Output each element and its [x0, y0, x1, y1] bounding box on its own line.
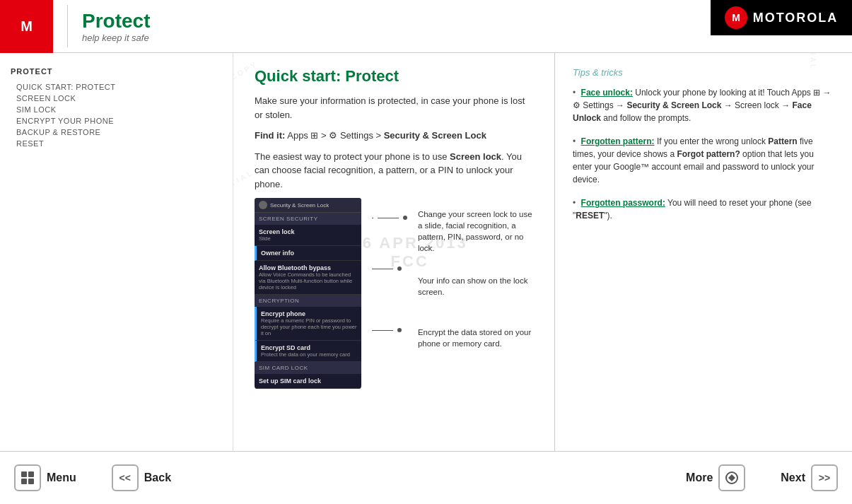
- phone-section-encryption: ENCRYPTION: [255, 295, 361, 307]
- tip-title-3: Forgotten password:: [581, 198, 665, 208]
- next-chevron-icon: >>: [819, 472, 830, 484]
- body-text: The easiest way to protect your phone is…: [255, 150, 533, 192]
- page-subtitle: help keep it safe: [82, 33, 150, 43]
- phone-row-bluetooth-bypass: Allow Bluetooth bypass Allow Voice Comma…: [255, 261, 361, 295]
- find-it-path: Apps ⊞ > ⚙ Settings > Security & Screen …: [287, 130, 486, 141]
- svg-rect-4: [28, 471, 34, 477]
- phone-row-owner-info: Owner info: [255, 246, 361, 261]
- m-logo-icon: M: [11, 11, 42, 42]
- more-icon-svg: [724, 470, 740, 486]
- phone-header-text: Security & Screen Lock: [270, 202, 329, 209]
- tip-bullet-2: •: [573, 136, 576, 146]
- callout-text-1: Change your screen lock to use a slide, …: [418, 209, 533, 254]
- motorola-brand-header: M MOTOROLA: [711, 0, 852, 35]
- tips-title: Tips & tricks: [573, 67, 834, 78]
- svg-marker-8: [728, 474, 735, 481]
- tip-item-2: • Forgotten pattern: If you enter the wr…: [573, 135, 834, 186]
- callout-texts-container: Change your screen lock to use a slide, …: [418, 198, 533, 389]
- svg-text:M: M: [21, 18, 33, 34]
- sidebar-item-reset[interactable]: RESET: [11, 138, 222, 149]
- section-title: Quick start: Protect: [255, 67, 533, 86]
- intro-text: Make sure your information is protected,…: [255, 94, 533, 122]
- menu-icon-svg: [20, 470, 35, 486]
- page-header: M Protect help keep it safe M MOTOROLA: [0, 0, 852, 53]
- tip-title-1: Face unlock:: [581, 88, 633, 98]
- find-it-label: Find it:: [255, 130, 285, 141]
- svg-rect-6: [28, 479, 34, 484]
- back-label: Back: [144, 471, 171, 484]
- motorola-logo: M: [0, 0, 53, 53]
- header-divider: [67, 5, 68, 47]
- sidebar-section-title: PROTECT: [11, 67, 222, 76]
- sidebar-nav: PROTECT QUICK START: PROTECT SCREEN LOCK…: [0, 53, 233, 451]
- callout-2: [372, 266, 407, 271]
- phone-mockup-area: Security & Screen Lock SCREEN SECURITY S…: [255, 198, 533, 389]
- more-button[interactable]: More: [672, 464, 759, 491]
- sidebar-item-encrypt-phone[interactable]: ENCRYPT YOUR PHONE: [11, 115, 222, 127]
- callout-text-3: Encrypt the data stored on your phone or…: [418, 327, 533, 349]
- more-label: More: [686, 471, 713, 484]
- phone-row-screen-lock: Screen lock Slide: [255, 225, 361, 246]
- next-label: Next: [781, 471, 805, 484]
- sidebar-item-quick-start[interactable]: QUICK START: PROTECT: [11, 81, 222, 93]
- callout-1: [372, 216, 407, 220]
- tip-bullet-1: •: [573, 88, 576, 98]
- svg-rect-5: [21, 479, 27, 484]
- m-circle-icon: M: [729, 11, 743, 25]
- callout-lines-container: [372, 198, 407, 389]
- menu-button[interactable]: Menu: [0, 464, 91, 491]
- header-title-block: Protect help keep it safe: [82, 10, 150, 43]
- back-button[interactable]: << Back: [98, 464, 185, 491]
- sidebar-item-sim-lock[interactable]: SIM LOCK: [11, 104, 222, 115]
- svg-rect-3: [21, 471, 27, 477]
- phone-section-sim: SIM CARD LOCK: [255, 362, 361, 374]
- main-left-column: Quick start: Protect Make sure your info…: [233, 53, 555, 451]
- svg-text:M: M: [732, 12, 740, 23]
- more-icon: [718, 464, 745, 491]
- phone-screen-header: Security & Screen Lock: [255, 198, 361, 213]
- tip-item-1: • Face unlock: Unlock your phone by look…: [573, 86, 834, 124]
- tips-column: Tips & tricks • Face unlock: Unlock your…: [555, 53, 852, 451]
- page-title: Protect: [82, 10, 150, 33]
- motorola-brand-text: MOTOROLA: [753, 11, 839, 25]
- callout-3: [372, 328, 407, 332]
- menu-label: Menu: [47, 471, 76, 484]
- motorola-circle-logo: M: [725, 6, 747, 29]
- menu-icon: [14, 464, 41, 491]
- tip-item-3: • Forgotten password: You will need to r…: [573, 197, 834, 222]
- next-icon: >>: [811, 464, 838, 491]
- back-icon: <<: [112, 464, 139, 491]
- bottom-nav: Menu << Back More Next >>: [0, 451, 852, 504]
- sidebar-item-screen-lock[interactable]: SCREEN LOCK: [11, 93, 222, 104]
- phone-row-encrypt-sd: Encrypt SD card Protect the data on your…: [255, 341, 361, 362]
- phone-screen-mockup: Security & Screen Lock SCREEN SECURITY S…: [255, 198, 361, 389]
- phone-row-sim-lock: Set up SIM card lock: [255, 374, 361, 389]
- back-chevron-icon: <<: [119, 472, 131, 484]
- callout-text-2: Your info can show on the lock screen.: [418, 275, 533, 298]
- next-button[interactable]: Next >>: [766, 464, 852, 491]
- main-content: Quick start: Protect Make sure your info…: [233, 53, 852, 451]
- settings-icon: [259, 201, 267, 209]
- phone-row-encrypt-phone: Encrypt phone Require a numeric PIN or p…: [255, 307, 361, 341]
- tip-title-2: Forgotten pattern:: [581, 136, 655, 146]
- tip-bullet-3: •: [573, 198, 576, 208]
- sidebar-item-backup-restore[interactable]: BACKUP & RESTORE: [11, 127, 222, 138]
- find-it-text: Find it: Apps ⊞ > ⚙ Settings > Security …: [255, 129, 533, 143]
- phone-section-security: SCREEN SECURITY: [255, 213, 361, 225]
